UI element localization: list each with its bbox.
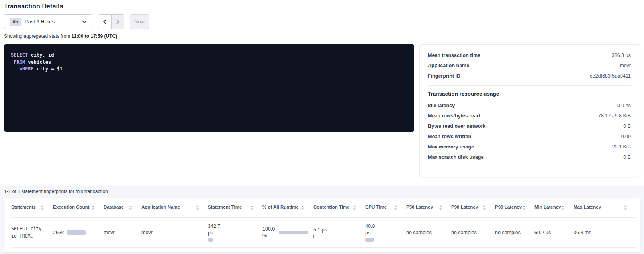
summary-value: ee2df683f5aa9411 [590,73,631,79]
resource-label: Mean rows/bytes read [428,113,480,119]
resource-label: Max scratch disk usage [428,154,483,160]
pct-runtime-bar [279,231,308,234]
column-header-p50-latency[interactable]: P50 Latency [406,198,451,217]
sort-icon[interactable] [301,205,305,210]
resource-row-idle-latency: Idle latency 0.0 ns [428,100,631,111]
prev-time-button[interactable] [98,15,111,29]
resource-row-bytes-read-over-network: Bytes read over network 0 B [428,121,631,131]
resource-label: Mean rows written [428,134,471,139]
resource-usage-heading: Transaction resource usage [428,91,631,97]
next-time-button[interactable] [111,15,124,29]
statements-table: Statements Execution Count Database Appl… [11,198,636,248]
stats-range: 11:00 to 17:59 (UTC) [71,33,117,39]
statement-link-line2[interactable]: id FROM… [11,233,48,240]
summary-label: Mean transaction time [428,53,480,58]
column-header-pct-of-all-runtime[interactable]: % of All Runtime [262,198,313,217]
sort-icon[interactable] [91,205,95,210]
column-header-application-name[interactable]: Application Name [141,198,208,217]
time-toolbar: 6h Past 6 Hours Now [4,14,640,29]
resource-row-mean-rows-bytes-read: Mean rows/bytes read 78.17 / 5.8 KiB [428,111,631,121]
column-header-p90-latency[interactable]: P90 Latency [451,198,495,217]
stats-prefix: Showing aggregated stats from [4,33,71,39]
statement-row: SELECT city, id FROM… 263k movr movr [11,217,636,247]
time-range-badge: 6h [10,18,21,26]
sort-icon[interactable] [129,205,133,210]
sort-icon[interactable] [561,205,565,210]
column-header-execution-count[interactable]: Execution Count [53,198,104,217]
sort-icon[interactable] [624,205,627,210]
cpu-time-bar-chart [365,238,378,242]
sort-icon[interactable] [439,205,442,210]
summary-row-mean-transaction-time: Mean transaction time 386.3 µs [428,50,631,61]
statement-time-cell: 342.7 µs [208,217,262,247]
resource-value: 0.00 [621,134,631,139]
chevron-down-icon [82,20,87,23]
cpu-time-cell: 40.8 µs [365,217,406,247]
summary-value: 386.3 µs [612,53,631,58]
page-title: Transaction Details [4,0,640,10]
column-header-min-latency[interactable]: Min Latency [534,198,574,217]
p99-latency-cell: no samples [495,217,534,247]
sort-icon[interactable] [41,205,44,210]
contention-time-value: 5.1 µs [313,227,360,233]
execution-count-cell: 263k [53,217,104,247]
now-button[interactable]: Now [130,14,149,29]
resource-label: Idle latency [428,103,455,108]
resource-label: Bytes read over network [428,123,485,129]
statement-cell[interactable]: SELECT city, id FROM… [11,217,53,247]
column-header-statement-time[interactable]: Statement Time [208,198,262,217]
resource-label: Max memory usage [428,144,474,150]
table-header-row: Statements Execution Count Database Appl… [11,198,636,217]
resource-value: 0 B [623,154,631,160]
column-header-cpu-time[interactable]: CPU Time [365,198,406,217]
resource-row-mean-rows-written: Mean rows written 0.00 [428,131,631,142]
summary-value: movr [620,63,631,68]
summary-label: Fingerprint ID [428,73,460,79]
resource-row-max-memory-usage: Max memory usage 22.1 KiB [428,142,631,152]
sort-icon[interactable] [522,205,526,210]
column-header-statements[interactable]: Statements [11,198,53,217]
summary-divider [428,85,631,86]
time-range-label: Past 6 Hours [25,19,55,25]
statements-table-card: Statements Execution Count Database Appl… [4,198,640,252]
resource-value: 22.1 KiB [612,144,631,150]
resource-value: 0.0 ns [617,103,631,108]
statement-link-line1[interactable]: SELECT city, [11,225,48,233]
sql-statement-text: SELECT city, id FROM vehicles WHERE city… [11,52,408,73]
statement-fingerprints-count: 1-1 of 1 statement fingerprints for this… [4,189,640,194]
time-nav-group [98,14,124,29]
aggregated-stats-line: Showing aggregated stats from 11:00 to 1… [4,33,640,39]
main-content-row: SELECT city, id FROM vehicles WHERE city… [4,44,640,177]
application-name-cell: movr [141,217,208,247]
statement-time-bar-chart [208,238,227,242]
pct-runtime-cell: 100.0 % [262,217,313,247]
cpu-time-unit: µs [365,230,401,236]
sort-icon[interactable] [196,205,199,210]
contention-time-bar-chart [313,235,326,238]
execution-count-value: 263k [53,230,64,235]
p90-latency-cell: no samples [451,217,495,247]
transaction-summary-card: Mean transaction time 386.3 µs Applicati… [419,44,640,177]
summary-row-application-name: Application name movr [428,61,631,71]
column-header-database[interactable]: Database [104,198,141,217]
summary-row-fingerprint-id: Fingerprint ID ee2df683f5aa9411 [428,71,631,81]
column-header-p99-latency[interactable]: P99 Latency [495,198,534,217]
resource-value: 0 B [623,123,631,129]
pct-runtime-value: 100.0 [262,226,275,233]
resource-row-max-scratch-disk-usage: Max scratch disk usage 0 B [428,152,631,162]
max-latency-cell: 36.3 ms [574,217,636,247]
time-range-dropdown[interactable]: 6h Past 6 Hours [4,14,92,29]
sort-icon[interactable] [483,205,486,210]
contention-time-cell: 5.1 µs [313,217,365,247]
statement-time-value: 342.7 [208,223,258,230]
sql-statement-box: SELECT city, id FROM vehicles WHERE city… [4,44,414,132]
sort-icon[interactable] [353,205,356,210]
execution-count-bar [67,230,86,235]
column-header-contention-time[interactable]: Contention Time [313,198,365,217]
sort-icon[interactable] [250,205,254,210]
transaction-details-page: Transaction Details 6h Past 6 Hours Now … [0,0,644,186]
column-header-max-latency[interactable]: Max Latency [574,198,636,217]
summary-label: Application name [428,63,469,68]
sort-icon[interactable] [394,205,397,210]
database-cell: movr [104,217,141,247]
